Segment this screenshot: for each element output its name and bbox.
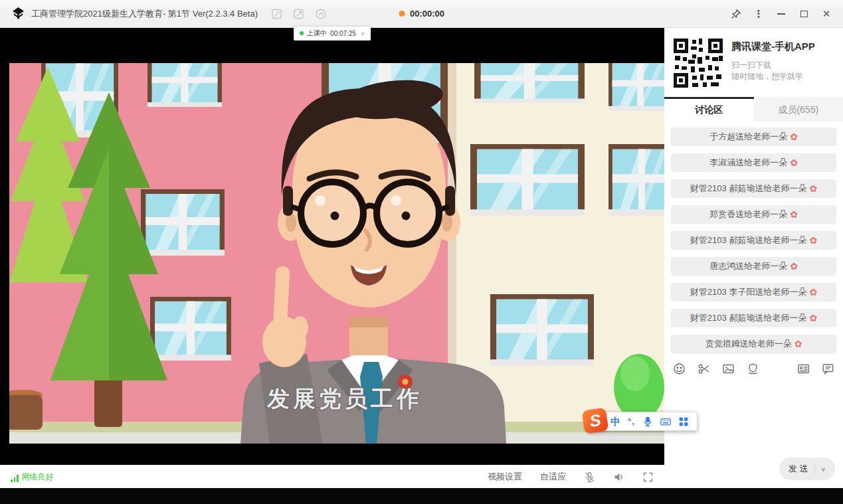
qr-title: 腾讯课堂-手机APP xyxy=(731,41,815,53)
network-status: 网络良好 xyxy=(11,471,54,483)
network-label: 网络良好 xyxy=(22,471,54,483)
gift-message: 唐志鸿送给老师一朵✿ xyxy=(671,257,836,276)
video-settings-button[interactable]: 视频设置 xyxy=(488,471,522,483)
app-window: 工商管理学院2021级新生入学教育- 第1节 Ver(2.2.3.4 Beta)… xyxy=(0,0,843,504)
gift-message: 贡觉措姆送给老师一朵✿ xyxy=(671,335,836,353)
video-subtitle: 发展党员工作 xyxy=(266,386,422,411)
gift-message: 财管2103 郝茹瑜送给老师一朵✿ xyxy=(671,309,836,327)
record-dot-icon xyxy=(399,11,405,17)
cartoon-scene: 发展党员工作 xyxy=(9,63,664,444)
sidebar-tabs: 讨论区 成员(655) xyxy=(664,97,843,122)
maximize-button[interactable] xyxy=(794,5,814,23)
flower-icon: ✿ xyxy=(809,236,817,245)
chat-record-icon[interactable] xyxy=(822,363,834,375)
flower-gift-icon[interactable] xyxy=(747,363,759,375)
gift-message: 财管2103 李子阳送给老师一朵✿ xyxy=(671,283,836,301)
flower-icon: ✿ xyxy=(809,288,817,297)
flower-icon: ✿ xyxy=(795,339,802,349)
flower-icon: ✿ xyxy=(809,313,817,323)
gift-message: 财管2103 郝茹瑜送给老师一朵✿ xyxy=(671,231,836,250)
app-logo-icon xyxy=(11,7,25,21)
tencent-classroom-window: 工商管理学院2021级新生入学教育- 第1节 Ver(2.2.3.4 Beta)… xyxy=(0,0,843,488)
badge-chevron-icon: ∨ xyxy=(361,31,365,37)
emoji-icon[interactable] xyxy=(673,363,686,375)
sogou-logo-icon[interactable]: S xyxy=(582,408,609,434)
video-controls: 视频设置 自适应 xyxy=(488,471,654,483)
image-icon[interactable] xyxy=(722,363,735,375)
live-dot-icon xyxy=(300,31,304,35)
send-divider xyxy=(814,464,815,473)
send-button[interactable]: 发送 ∨ xyxy=(779,458,835,480)
desktop-background xyxy=(0,488,843,504)
tab-discussion[interactable]: 讨论区 xyxy=(664,97,754,122)
ime-mode-chinese[interactable]: 中 xyxy=(610,416,620,426)
member-card-icon[interactable] xyxy=(797,363,810,375)
send-options-chevron-icon[interactable]: ∨ xyxy=(821,465,826,473)
flower-icon: ✿ xyxy=(790,132,798,141)
qr-code xyxy=(672,37,724,89)
window-controls: ⋮ ✕ xyxy=(726,5,836,23)
window-title: 工商管理学院2021级新生入学教育- 第1节 Ver(2.2.3.4 Beta) xyxy=(31,8,258,20)
class-status-badge[interactable]: 上课中 00:07:25 ∨ xyxy=(294,27,371,41)
pin-icon[interactable] xyxy=(726,5,746,23)
send-label: 发送 xyxy=(789,463,811,475)
main-area: 发展党员工作 网络良好 视频设置 自适应 xyxy=(0,28,843,488)
video-column: 发展党员工作 网络良好 视频设置 自适应 xyxy=(0,28,664,488)
speaker-icon[interactable] xyxy=(613,471,624,483)
share-note-icon[interactable] xyxy=(293,8,305,20)
gift-message: 财管2103 郝茹瑜送给老师一朵✿ xyxy=(671,179,836,198)
video-player[interactable]: 发展党员工作 xyxy=(0,28,664,465)
flower-icon: ✿ xyxy=(809,184,817,193)
signal-bars-icon xyxy=(11,475,19,483)
flower-icon: ✿ xyxy=(790,262,798,271)
qr-subtitle-1: 扫一扫下载 xyxy=(731,60,815,71)
minimize-button[interactable] xyxy=(771,5,791,23)
title-action-icons xyxy=(271,8,327,20)
ime-keyboard-icon[interactable] xyxy=(660,416,671,427)
ime-toolbar: S 中 °, xyxy=(587,412,698,431)
flower-icon: ✿ xyxy=(790,158,798,167)
class-status-label: 上课中 xyxy=(307,29,327,38)
gift-message: 于方超送给老师一朵✿ xyxy=(671,127,836,146)
timer-value: 00:00:00 xyxy=(410,9,444,19)
mic-muted-icon[interactable] xyxy=(584,471,595,483)
titlebar: 工商管理学院2021级新生入学教育- 第1节 Ver(2.2.3.4 Beta)… xyxy=(0,0,843,28)
ime-punctuation-icon[interactable]: °, xyxy=(628,417,635,426)
adaptive-button[interactable]: 自适应 xyxy=(540,471,566,483)
message-list: 于方超送给老师一朵✿ 李淑涵送给老师一朵✿ 财管2103 郝茹瑜送给老师一朵✿ … xyxy=(664,122,843,353)
gift-message: 郑赏香送给老师一朵✿ xyxy=(671,205,836,224)
qr-promo: 腾讯课堂-手机APP 扫一扫下载 随时随地，想学就学 xyxy=(664,28,843,97)
hands-up-icon[interactable] xyxy=(315,8,327,20)
video-frame: 发展党员工作 xyxy=(9,63,664,444)
menu-kebab-icon[interactable]: ⋮ xyxy=(749,5,769,23)
close-button[interactable]: ✕ xyxy=(816,5,836,23)
screenshot-scissors-icon[interactable] xyxy=(698,363,710,375)
chat-toolbar xyxy=(664,357,843,380)
player-control-bar: 网络良好 视频设置 自适应 xyxy=(0,465,664,488)
ime-mic-icon[interactable] xyxy=(642,416,653,427)
qr-subtitle-2: 随时随地，想学就学 xyxy=(731,71,815,82)
send-row: 发送 ∨ xyxy=(664,458,843,488)
record-timer: 00:00:00 xyxy=(399,9,444,19)
fullscreen-icon[interactable] xyxy=(642,471,654,483)
ime-toolbox-icon[interactable] xyxy=(678,416,689,427)
tab-members[interactable]: 成员(655) xyxy=(754,97,843,122)
flower-icon: ✿ xyxy=(790,210,798,219)
gift-message: 李淑涵送给老师一朵✿ xyxy=(671,153,836,172)
class-time: 00:07:25 xyxy=(330,30,356,37)
edit-note-icon[interactable] xyxy=(271,8,283,20)
